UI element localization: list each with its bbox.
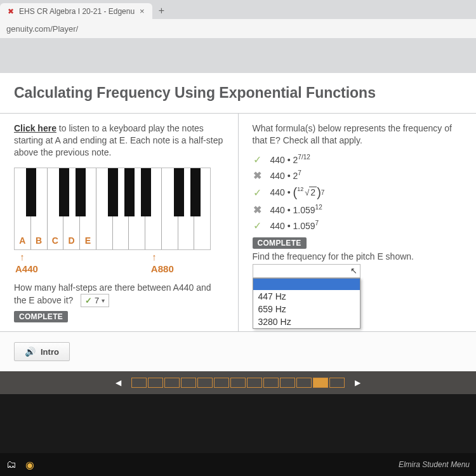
- progress-cell[interactable]: [148, 378, 163, 388]
- note-a: A: [19, 235, 25, 246]
- prev-arrow-icon[interactable]: ◀: [109, 378, 128, 387]
- file-explorer-icon[interactable]: 🗂: [6, 459, 17, 470]
- x-icon: ✖: [253, 204, 263, 216]
- progress-cell[interactable]: [329, 378, 345, 388]
- piano: A B C D E: [14, 168, 211, 250]
- tab-favicon: ✖: [6, 7, 15, 16]
- label-a880: A880: [151, 263, 174, 274]
- question-halfsteps: How many half-steps are there between A4…: [14, 282, 224, 307]
- progress-cell[interactable]: [164, 378, 180, 388]
- note-c: C: [52, 235, 58, 246]
- halfsteps-value: 7: [95, 295, 99, 307]
- progress-cell-active[interactable]: [313, 378, 328, 388]
- piano-widget: A B C D E: [14, 168, 224, 274]
- lesson-title-bar: Calculating Frequency Using Exponential …: [0, 73, 476, 113]
- header-gap: [0, 38, 476, 73]
- label-a440: A440: [15, 263, 38, 274]
- note-d: D: [69, 235, 75, 246]
- check-icon: ✓: [253, 187, 263, 199]
- listen-link[interactable]: Click here: [14, 123, 56, 133]
- progress-bar: ◀ ▶: [0, 371, 476, 394]
- lesson-panel: Calculating Frequency Using Exponential …: [0, 73, 476, 394]
- black-key: [76, 168, 86, 217]
- arrow-up-icon: ↑: [14, 251, 30, 262]
- chevron-down-icon: ▾: [102, 296, 105, 305]
- content-columns: Click here to listen to a keyboard play …: [0, 113, 476, 331]
- browser-chrome: ✖ EHS CR Algebra I 20-21 - Edgenu × + ge…: [0, 0, 476, 38]
- check-icon: ✓: [85, 295, 92, 307]
- option-1: ✓ 440 • 27/12: [253, 152, 463, 168]
- lesson-footer: 🔊 Intro: [0, 331, 476, 371]
- complete-badge: COMPLETE: [14, 311, 68, 322]
- black-key: [108, 168, 118, 217]
- tab-title: EHS CR Algebra I 20-21 - Edgenu: [19, 7, 135, 16]
- right-column: What formula(s) below represents the fre…: [239, 114, 477, 331]
- check-icon: ✓: [253, 220, 263, 232]
- black-key: [141, 168, 151, 217]
- check-icon: ✓: [253, 154, 263, 166]
- option-3: ✓ 440 • ( √2 )7: [253, 183, 463, 202]
- find-frequency-prompt: Find the frequency for the pitch E shown…: [253, 251, 463, 261]
- option-4: ✖ 440 • 1.05912: [253, 202, 463, 218]
- intro-label: Intro: [41, 347, 59, 357]
- black-key: [174, 168, 184, 217]
- progress-cell[interactable]: [197, 378, 213, 388]
- new-tab-button[interactable]: +: [152, 3, 171, 19]
- progress-cell[interactable]: [230, 378, 246, 388]
- option-5: ✓ 440 • 1.0597: [253, 218, 463, 234]
- dropdown-trigger[interactable]: ↖: [253, 264, 360, 278]
- complete-badge: COMPLETE: [253, 237, 307, 249]
- progress-cells: [131, 378, 345, 388]
- browser-tab[interactable]: ✖ EHS CR Algebra I 20-21 - Edgenu ×: [0, 3, 152, 19]
- dropdown-option[interactable]: 3280 Hz: [253, 315, 360, 328]
- dropdown-list: 447 Hz 659 Hz 3280 Hz: [253, 278, 360, 329]
- progress-cell[interactable]: [263, 378, 279, 388]
- halfsteps-answer-select[interactable]: ✓ 7 ▾: [81, 294, 109, 308]
- intro-button[interactable]: 🔊 Intro: [14, 342, 70, 361]
- progress-cell[interactable]: [247, 378, 262, 388]
- left-column: Click here to listen to a keyboard play …: [0, 114, 239, 331]
- formula-options: ✓ 440 • 27/12 ✖ 440 • 27 ✓ 440 • ( √2 )7: [253, 152, 463, 234]
- x-icon: ✖: [253, 169, 263, 182]
- progress-cell[interactable]: [131, 378, 147, 388]
- chrome-icon[interactable]: ◉: [25, 459, 34, 471]
- formula-prompt: What formula(s) below represents the fre…: [253, 122, 463, 147]
- black-key: [190, 168, 201, 217]
- frequency-dropdown[interactable]: ↖ 447 Hz 659 Hz 3280 Hz: [253, 264, 360, 278]
- arrow-up-icon: ↑: [146, 251, 162, 262]
- page-title: Calculating Frequency Using Exponential …: [14, 84, 462, 102]
- black-key: [26, 168, 36, 217]
- os-taskbar: 🗂 ◉ Elmira Student Menu: [0, 453, 476, 476]
- dropdown-option[interactable]: 447 Hz: [253, 290, 360, 303]
- dropdown-option[interactable]: 659 Hz: [253, 303, 360, 315]
- sound-icon: 🔊: [25, 347, 36, 357]
- black-key: [59, 168, 69, 217]
- frequency-labels: ↑ ↑: [14, 251, 211, 262]
- progress-cell[interactable]: [296, 378, 312, 388]
- cursor-icon: ↖: [350, 266, 357, 275]
- close-icon[interactable]: ×: [138, 6, 146, 16]
- black-key: [124, 168, 135, 217]
- progress-cell[interactable]: [181, 378, 196, 388]
- progress-cell[interactable]: [214, 378, 229, 388]
- note-b: B: [36, 235, 42, 246]
- intro-text: Click here to listen to a keyboard play …: [14, 122, 224, 159]
- address-bar[interactable]: genuity.com/Player/: [0, 19, 476, 38]
- student-menu[interactable]: Elmira Student Menu: [399, 460, 470, 469]
- url-text: genuity.com/Player/: [6, 24, 78, 34]
- note-e: E: [85, 235, 91, 246]
- option-2: ✖ 440 • 27: [253, 168, 463, 183]
- dropdown-selected-blank[interactable]: [253, 279, 360, 290]
- progress-cell[interactable]: [280, 378, 295, 388]
- tab-strip: ✖ EHS CR Algebra I 20-21 - Edgenu × +: [0, 0, 476, 19]
- next-arrow-icon[interactable]: ▶: [348, 378, 367, 387]
